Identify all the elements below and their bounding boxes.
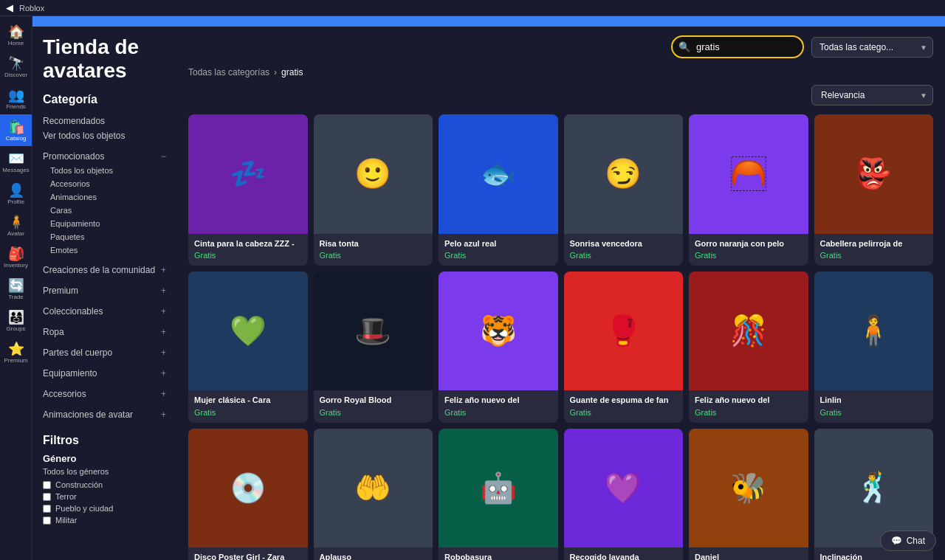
- category-dropdown[interactable]: Todas las catego...: [811, 37, 933, 58]
- sidebar-item-premium[interactable]: ⭐Premium: [0, 336, 32, 368]
- sidebar-item-home[interactable]: 🏠Home: [0, 19, 32, 51]
- category-section-header[interactable]: Ropa+: [43, 325, 166, 339]
- item-card[interactable]: 💿 Disco Poster Girl - Zara Gratis: [188, 429, 308, 560]
- item-info: Gorro naranja con pelo Gratis: [689, 234, 808, 266]
- item-price: Gratis: [570, 408, 678, 417]
- category-section-header[interactable]: Accesorios+: [43, 387, 166, 401]
- item-card[interactable]: 🦰 Gorro naranja con pelo Gratis: [689, 114, 808, 266]
- breadcrumb-current: gratis: [281, 67, 303, 77]
- item-info: Pelo azul real Gratis: [439, 234, 558, 266]
- category-section-header[interactable]: Equipamiento+: [43, 366, 166, 381]
- item-card[interactable]: 😏 Sonrisa vencedora Gratis: [564, 114, 684, 266]
- item-emoji: 🎊: [730, 314, 767, 348]
- category-link[interactable]: Ver todos los objetos: [43, 128, 166, 143]
- filter-checkbox[interactable]: [43, 481, 51, 489]
- filter-checkbox[interactable]: [43, 516, 51, 525]
- subcategory-link[interactable]: Emotes: [50, 243, 166, 257]
- subcategory-link[interactable]: Caras: [50, 204, 166, 217]
- item-card[interactable]: 🙂 Risa tonta Gratis: [314, 114, 433, 266]
- item-card[interactable]: 🎩 Gorro Royal Blood Gratis: [314, 272, 433, 423]
- item-name: Linlin: [820, 395, 928, 405]
- item-name: Pelo azul real: [444, 238, 552, 249]
- inventory-icon: 🎒: [8, 246, 24, 262]
- category-section-header[interactable]: Promocionados−: [43, 149, 166, 164]
- sidebar-item-trade[interactable]: 🔄Trade: [0, 273, 32, 305]
- filter-option[interactable]: Terror: [43, 491, 166, 502]
- item-card[interactable]: 💤 Cinta para la cabeza ZZZ - Gratis: [188, 114, 308, 266]
- catalog-icon: 🛍️: [8, 119, 24, 135]
- subcategory-link[interactable]: Paquetes: [50, 230, 166, 243]
- sidebar-label-profile: Profile: [7, 198, 24, 205]
- filter-checkbox[interactable]: [43, 493, 51, 501]
- category-link[interactable]: Recomendados: [43, 114, 166, 128]
- item-name: Cabellera pelirroja de: [820, 238, 928, 249]
- item-card[interactable]: 🐟 Pelo azul real Gratis: [439, 114, 558, 266]
- subcategory-link[interactable]: Animaciones: [50, 190, 166, 204]
- sidebar-item-avatar[interactable]: 🧍Avatar: [0, 210, 32, 241]
- item-name: Risa tonta: [320, 238, 427, 249]
- item-info: Disco Poster Girl - Zara Gratis: [188, 547, 308, 560]
- item-card[interactable]: 🎊 Feliz año nuevo del Gratis: [689, 272, 808, 423]
- sidebar-item-groups[interactable]: 👨‍👩‍👧Groups: [0, 305, 32, 336]
- sidebar-label-catalog: Catalog: [6, 135, 27, 142]
- item-price: Gratis: [194, 251, 302, 260]
- sidebar-item-inventory[interactable]: 🎒Inventory: [0, 241, 32, 273]
- filters-section: Filtros Género Todos los géneros Constru…: [43, 434, 166, 526]
- breadcrumb-all-link[interactable]: Todas las categorías: [188, 67, 269, 77]
- item-card[interactable]: 🤖 Robobasura Gratis: [439, 429, 558, 560]
- grid-header: 🔍 Todas las catego... ▼: [188, 35, 933, 58]
- category-panel: Tienda de avatares Categoría Recomendado…: [32, 27, 176, 560]
- subcategory-link[interactable]: Accesorios: [50, 177, 166, 190]
- sidebar-item-profile[interactable]: 👤Profile: [0, 178, 32, 210]
- groups-icon: 👨‍👩‍👧: [8, 309, 24, 325]
- search-input[interactable]: [671, 35, 804, 58]
- item-emoji: 😏: [605, 156, 642, 191]
- item-name: Aplauso: [320, 552, 427, 560]
- filter-option[interactable]: Pueblo y ciudad: [43, 502, 166, 514]
- sidebar-item-catalog[interactable]: 🛍️Catalog: [0, 114, 32, 146]
- category-section: Promocionados−Todos los objetosAccesorio…: [43, 149, 166, 257]
- expand-icon: +: [161, 286, 166, 296]
- subcategory-link[interactable]: Equipamiento: [50, 217, 166, 230]
- item-emoji: 🙂: [354, 156, 391, 191]
- category-section-header[interactable]: Partes del cuerpo+: [43, 345, 166, 360]
- main-layout: 🏠Home🔭Discover👥Friends🛍️Catalog✉️Message…: [0, 16, 945, 560]
- item-info: Aplauso Gratis: [314, 547, 433, 560]
- category-section-header[interactable]: Premium+: [43, 283, 166, 298]
- sidebar-label-messages: Messages: [2, 167, 29, 173]
- item-card[interactable]: 💜 Recogido lavanda Gratis: [564, 429, 684, 560]
- filter-checkbox[interactable]: [43, 505, 51, 513]
- sidebar-item-friends[interactable]: 👥Friends: [0, 83, 32, 114]
- subcategory-link[interactable]: Todos los objetos: [50, 164, 166, 177]
- item-emoji: 🥊: [605, 314, 642, 348]
- item-card[interactable]: 🐝 Daniel Gratis: [689, 429, 808, 560]
- item-card[interactable]: 🥊 Guante de espuma de fan Gratis: [564, 272, 684, 423]
- category-section-header[interactable]: Creaciones de la comunidad+: [43, 263, 166, 277]
- home-icon: 🏠: [8, 24, 24, 40]
- sort-dropdown[interactable]: Relevancia: [811, 85, 933, 106]
- chat-button[interactable]: 💬 Chat: [880, 530, 936, 551]
- item-card[interactable]: 💚 Mujer clásica - Cara Gratis: [188, 272, 308, 423]
- item-thumbnail: 💿: [188, 429, 308, 548]
- sort-dropdown-wrap: Relevancia ▼: [811, 85, 933, 106]
- category-section-header[interactable]: Coleccionables+: [43, 304, 166, 319]
- profile-icon: 👤: [8, 182, 24, 198]
- sort-row: Relevancia ▼: [188, 85, 933, 106]
- category-section: Partes del cuerpo+: [43, 345, 166, 360]
- filter-option[interactable]: Construcción: [43, 479, 166, 491]
- item-card[interactable]: 🐯 Feliz año nuevo del Gratis: [439, 272, 558, 423]
- item-emoji: 🤲: [354, 471, 391, 505]
- sidebar-item-messages[interactable]: ✉️Messages: [0, 146, 32, 178]
- item-price: Gratis: [820, 408, 928, 417]
- filter-all-genders: Todos los géneros: [43, 467, 166, 476]
- filter-option[interactable]: Militar: [43, 514, 166, 526]
- item-card[interactable]: 🤲 Aplauso Gratis: [314, 429, 433, 560]
- item-card[interactable]: 👺 Cabellera pelirroja de Gratis: [814, 114, 934, 266]
- item-card[interactable]: 🧍 Linlin Gratis: [814, 272, 934, 423]
- chat-icon: 💬: [891, 536, 902, 546]
- sidebar-item-discover[interactable]: 🔭Discover: [0, 51, 32, 83]
- item-thumbnail: 🤖: [439, 429, 558, 548]
- category-title: Categoría: [43, 93, 166, 106]
- back-button[interactable]: ◀: [6, 2, 13, 13]
- category-section-header[interactable]: Animaciones de avatar+: [43, 407, 166, 422]
